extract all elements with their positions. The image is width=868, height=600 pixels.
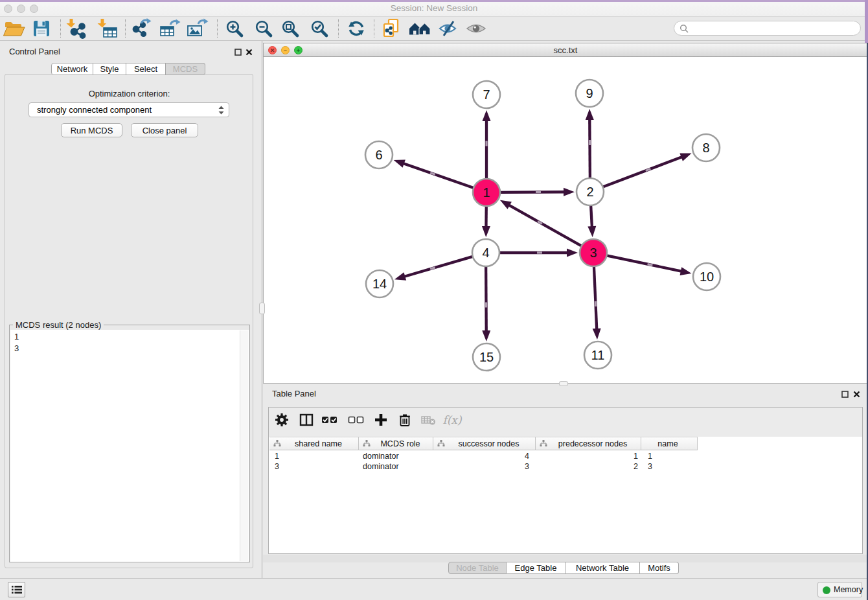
graph-node-label: 4: [482, 246, 489, 260]
panel-divider-handle[interactable]: [259, 303, 265, 314]
column-header-mcds-role[interactable]: MCDS role: [359, 437, 433, 450]
graph-edge[interactable]: [500, 192, 564, 192]
graph-edge-arrowhead: [680, 267, 692, 275]
graph-edge[interactable]: [486, 266, 486, 331]
add-row-button[interactable]: [372, 411, 390, 428]
graph-edge-arrowhead: [482, 226, 490, 237]
graph-edge[interactable]: [404, 257, 472, 277]
export-image-button[interactable]: [186, 17, 209, 40]
tab-network[interactable]: Network: [51, 63, 93, 75]
column-header-name[interactable]: name: [641, 437, 698, 450]
list-icon: [11, 584, 23, 595]
table-panel-float-button[interactable]: [840, 389, 849, 398]
import-table-button[interactable]: [96, 17, 119, 40]
show-columns-button[interactable]: [297, 411, 315, 428]
export-network-button[interactable]: [130, 17, 153, 40]
import-table-icon: [97, 18, 118, 39]
column-header-predecessor-nodes[interactable]: predecessor nodes: [536, 437, 641, 450]
control-panel-tabs: Network Style Select MCDS: [51, 63, 205, 75]
table-panel-divider-handle[interactable]: [559, 381, 568, 386]
zoom-out-button[interactable]: [252, 17, 275, 40]
network-column-icon: [437, 440, 445, 447]
search-input[interactable]: [692, 22, 855, 34]
deselect-all-button[interactable]: [347, 411, 365, 428]
run-mcds-button[interactable]: Run MCDS: [61, 123, 122, 137]
network-window-titlebar[interactable]: ✕ − + scc.txt: [263, 43, 868, 57]
zoom-fit-button[interactable]: [279, 17, 302, 40]
optimization-criterion-label: Optimization criterion:: [0, 89, 258, 98]
refresh-view-button[interactable]: [345, 17, 368, 40]
float-icon: [841, 391, 849, 398]
mcds-result-area[interactable]: [10, 330, 249, 562]
mcds-result-lines: 13: [14, 331, 19, 354]
column-header-shared-name[interactable]: shared name: [269, 437, 359, 450]
toolbar-separator: [217, 19, 218, 38]
import-network-icon: [66, 18, 87, 39]
table-settings-button[interactable]: [273, 411, 291, 428]
control-panel-close-button[interactable]: [244, 47, 253, 56]
first-neighbors-button[interactable]: [408, 17, 431, 40]
export-table-button[interactable]: [158, 17, 181, 40]
tab-motifs[interactable]: Motifs: [640, 562, 679, 574]
graph-edge[interactable]: [404, 163, 474, 188]
control-panel-float-button[interactable]: [233, 47, 242, 56]
table-tabs: Node Table Edge Table Network Table Moti…: [448, 562, 679, 574]
cell-predecessor: 1: [536, 452, 638, 461]
cell-name: 3: [648, 462, 652, 471]
cell-shared-name: 3: [275, 462, 279, 471]
graph-edge[interactable]: [589, 119, 590, 178]
hide-selected-button[interactable]: [437, 17, 460, 40]
memory-button[interactable]: Memory: [817, 582, 862, 597]
column-header-successor-nodes[interactable]: successor nodes: [433, 437, 536, 450]
tab-edge-table[interactable]: Edge Table: [507, 562, 565, 574]
select-all-button[interactable]: [321, 411, 339, 428]
zoom-selected-button[interactable]: [308, 17, 331, 40]
graph-node-label: 3: [589, 246, 597, 260]
tab-mcds[interactable]: MCDS: [166, 63, 205, 75]
import-network-button[interactable]: [65, 17, 88, 40]
tab-select[interactable]: Select: [126, 63, 166, 75]
network-canvas[interactable]: 7968124314101511: [263, 57, 867, 384]
network-window-title: scc.txt: [264, 45, 867, 55]
graph-edge-arrowhead: [586, 109, 594, 120]
table-row[interactable]: 3 dominator 3 2 3: [269, 461, 862, 472]
graph-node-label: 15: [479, 350, 494, 364]
graph-edge-arrowhead: [483, 110, 491, 121]
close-panel-button[interactable]: Close panel: [131, 123, 198, 137]
graph-edge-arrowhead: [394, 159, 405, 167]
network-graph[interactable]: 7968124314101511: [264, 57, 867, 383]
apply-function-button[interactable]: f(x): [443, 411, 461, 428]
delete-table-button[interactable]: [419, 411, 437, 428]
graph-edge[interactable]: [594, 266, 597, 329]
criterion-dropdown[interactable]: strongly connected component: [29, 102, 229, 117]
graph-edge[interactable]: [509, 205, 582, 246]
table-row[interactable]: 1 dominator 4 1 1: [269, 451, 862, 461]
graph-edge[interactable]: [607, 255, 681, 271]
edge-anchor: [485, 141, 487, 146]
task-history-button[interactable]: [8, 582, 25, 597]
save-session-button[interactable]: [30, 17, 53, 40]
table-body[interactable]: 1 dominator 4 1 1 3 dominator 3 2 3: [269, 450, 862, 553]
show-all-button[interactable]: [464, 17, 488, 40]
delete-row-button[interactable]: [396, 411, 414, 428]
graph-node-label: 6: [375, 148, 382, 162]
table-panel-close-button[interactable]: [852, 389, 861, 398]
tab-network-table[interactable]: Network Table: [565, 562, 640, 574]
result-scrollbar[interactable]: [240, 330, 248, 561]
zoom-in-button[interactable]: [223, 17, 246, 40]
graph-edge[interactable]: [591, 205, 592, 227]
select-all-icon: [321, 413, 338, 427]
tab-style[interactable]: Style: [93, 63, 126, 75]
main-toolbar: [0, 17, 868, 41]
export-table-icon: [159, 18, 181, 39]
columns-icon: [299, 413, 314, 427]
criterion-value: strongly connected component: [37, 105, 152, 115]
toolbar-separator: [60, 19, 61, 38]
clone-network-button[interactable]: [380, 17, 403, 40]
graph-edge[interactable]: [603, 157, 682, 187]
open-session-button[interactable]: [3, 17, 26, 40]
dropdown-stepper-icon: [218, 106, 224, 115]
floppy-disk-icon: [32, 19, 51, 38]
tab-node-table[interactable]: Node Table: [448, 562, 507, 574]
trash-icon: [398, 413, 412, 427]
